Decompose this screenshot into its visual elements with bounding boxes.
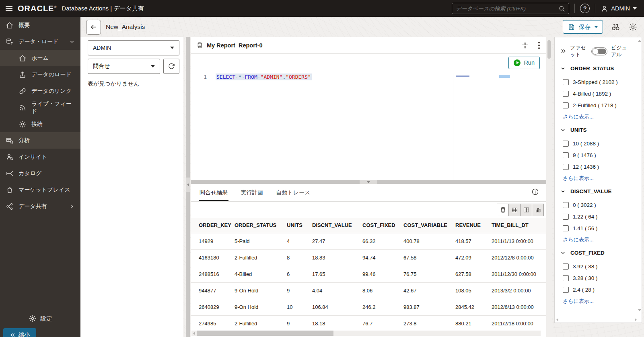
binoculars-icon[interactable] [611,22,620,32]
checkbox[interactable] [563,287,569,293]
sidebar-item-load-data[interactable]: データのロード [0,66,80,83]
table-row[interactable]: 26408299-On Hold10106.84246.2983.872845.… [191,299,546,315]
checkbox[interactable] [563,102,569,108]
facet-option[interactable]: 12 ( 1436 ) [563,164,636,170]
collapse-panel-icon[interactable] [521,42,529,49]
sidebar-item-link-data[interactable]: データのリンク [0,83,80,99]
tab-query-result[interactable]: 問合せ結果 [199,189,228,201]
search-icon[interactable] [558,5,565,12]
save-button[interactable]: 保存 [563,20,603,34]
sidebar-item-data-load[interactable]: データ・ロード [0,33,80,50]
facet-option[interactable]: 10 ( 2088 ) [563,141,636,147]
table-row[interactable]: 149295-Paid427.4766.32400.78418.572011/1… [191,233,546,249]
editor-minimap[interactable] [453,73,546,182]
object-type-select[interactable]: 問合せ [88,59,160,74]
show-more-link[interactable]: さらに表示... [563,236,636,243]
user-menu[interactable]: ADMIN [601,5,637,12]
checkbox[interactable] [563,91,569,97]
double-chevron-right-icon[interactable] [560,48,566,54]
checkbox[interactable] [563,164,569,170]
facet-option[interactable]: 3.92 ( 38 ) [563,263,636,270]
tab-autotrace[interactable]: 自動トレース [275,189,311,201]
results-horizontal-scrollbar[interactable] [191,331,541,336]
sidebar-item-insights[interactable]: インサイト [0,149,80,165]
sidebar-item-data-share[interactable]: データ共有 [0,198,80,214]
facet-option[interactable]: 4-Billed ( 1892 ) [563,91,636,97]
minimap-slider[interactable] [499,75,510,78]
facet-horizontal-scrollbar[interactable] [556,318,637,322]
info-icon[interactable] [531,188,539,196]
sidebar-item-overview[interactable]: 概要 [0,17,80,33]
search-input[interactable] [456,6,558,12]
table-row[interactable]: 24885164-Billed617.6599.4676.75627.58201… [191,266,546,282]
facet-visual-toggle[interactable] [591,47,607,55]
kebab-menu-icon[interactable] [537,41,541,50]
back-button[interactable] [86,20,101,35]
facet-option[interactable]: 1.22 ( 64 ) [563,214,636,220]
horizontal-splitter[interactable] [191,180,546,184]
facet-option[interactable]: 3.28 ( 30 ) [563,275,636,281]
collapse-sidebar-button[interactable]: 縮小 [3,328,36,337]
sql-editor[interactable]: 1 SELECT·*·FROM·"ADMIN"."ORDERS" [191,73,546,182]
checkbox[interactable] [563,275,569,281]
facet-section-header[interactable]: ORDER_STATUS [560,65,636,71]
column-header[interactable]: UNITS [284,218,310,233]
view-grid-button[interactable] [508,204,521,216]
vertical-splitter[interactable] [186,37,190,337]
column-header[interactable]: DISCNT_VALUE [310,218,360,233]
facet-option[interactable]: 9 ( 1476 ) [563,152,636,158]
vertical-scrollbar[interactable] [546,37,552,337]
sql-statement[interactable]: SELECT·*·FROM·"ADMIN"."ORDERS" [216,74,312,80]
facet-vertical-scrollbar[interactable] [638,40,641,317]
show-more-link[interactable]: さらに表示... [563,298,636,305]
sidebar-item-home[interactable]: ホーム [0,50,80,66]
splitter-handle[interactable] [360,180,377,184]
checkbox[interactable] [563,79,569,85]
view-split-button[interactable] [520,204,532,216]
show-more-link[interactable]: さらに表示... [563,113,636,121]
column-header[interactable]: ORDER_STATUS [232,218,284,233]
table-row[interactable]: 9448779-On Hold94.048.0642.67108.052013/… [191,282,546,299]
checkbox[interactable] [563,214,569,220]
scrollbar-thumb[interactable] [197,331,333,336]
facet-option[interactable]: 2.4 ( 28 ) [563,287,636,293]
database-search[interactable] [452,3,569,14]
sidebar-item-live-feed[interactable]: ライブ・フィード [0,99,80,116]
column-header[interactable]: ORDER_KEY [191,218,232,233]
checkbox[interactable] [563,225,569,231]
run-button[interactable]: Run [508,57,540,69]
facet-option[interactable]: 2-Fulfilled ( 1718 ) [563,102,636,108]
checkbox[interactable] [563,141,569,147]
checkbox[interactable] [563,202,569,208]
show-more-link[interactable]: さらに表示... [563,175,636,182]
checkbox[interactable] [563,263,569,270]
checkbox[interactable] [563,152,569,158]
facet-option[interactable]: 0 ( 3022 ) [563,202,636,208]
sidebar-item-settings[interactable]: 設定 [0,311,80,326]
sidebar-item-connections[interactable]: 接続 [0,116,80,132]
scrollbar-thumb[interactable] [547,40,551,59]
facet-section-header[interactable]: UNITS [560,127,636,133]
help-icon[interactable]: ? [580,4,590,13]
sidebar-item-marketplace[interactable]: マーケットプレイス [0,182,80,198]
table-row[interactable]: 41631802-Fulfilled818.8394.7467.58472.09… [191,249,546,266]
gear-icon[interactable] [628,22,638,32]
column-header[interactable]: REVENUE [453,218,489,233]
sidebar-item-analysis[interactable]: 分析 [0,132,80,149]
splitter-handle[interactable] [186,178,190,192]
facet-option[interactable]: 3-Shipped ( 2102 ) [563,79,636,85]
tab-execution-plan[interactable]: 実行計画 [240,189,264,201]
view-chart-button[interactable] [532,204,544,216]
table-row[interactable]: 2749852-Fulfilled918.1876.7273.8880.2120… [191,315,546,332]
column-header[interactable]: COST_FIXED [360,218,401,233]
view-data-button[interactable] [497,204,509,216]
column-header[interactable]: COST_VARIABLE [401,218,453,233]
column-header[interactable]: TIME_BILL_DT [489,218,546,233]
schema-select[interactable]: ADMIN [88,40,179,55]
facet-option[interactable]: 1.41 ( 56 ) [563,225,636,231]
facet-section-header[interactable]: COST_FIXED [560,250,636,256]
facet-section-header[interactable]: DISCNT_VALUE [560,188,636,194]
refresh-button[interactable] [163,59,179,74]
sidebar-item-catalog[interactable]: カタログ [0,165,80,182]
scroll-left-arrow[interactable] [193,332,195,335]
